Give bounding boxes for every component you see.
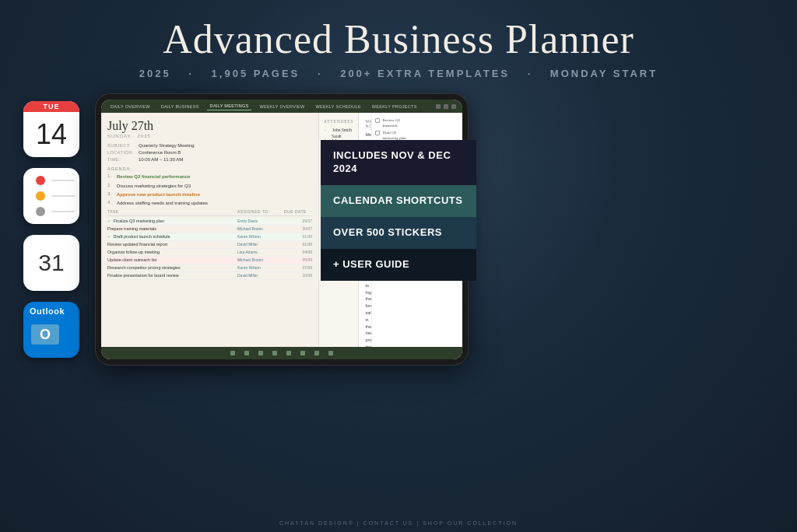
calendar-day-num: 14 — [23, 112, 79, 157]
agenda-label: AGENDA: — [107, 166, 312, 171]
outlook-icon[interactable]: Outlook O — [23, 302, 79, 358]
task-name-3: ✓ Draft product launch schedule — [107, 234, 237, 239]
task-assignee-4: David Miller — [237, 242, 284, 247]
task-name-4: Review updated financial report — [107, 242, 237, 247]
bottom-icon-5[interactable] — [286, 351, 291, 355]
task-due-4: 01/08 — [284, 242, 312, 247]
badge-nov-dec: INCLUDES NOV & DEC 2024 — [321, 140, 476, 185]
content-area: TUE 14 31 Outlook — [0, 79, 797, 366]
task-due-3: 01/08 — [284, 234, 312, 239]
footer: CHATTAN DESIGN® | CONTACT US | SHOP OUR … — [279, 520, 518, 526]
left-icons: TUE 14 31 Outlook — [23, 93, 79, 358]
task-assignee-5: Lisa Adams — [237, 250, 284, 254]
reminders-icon[interactable] — [23, 168, 79, 224]
tablet-nav: DAILY OVERVIEW DAILY BUSINESS DAILY MEET… — [101, 100, 462, 113]
reminder-line-3 — [51, 211, 75, 212]
checkbox-2[interactable] — [375, 131, 380, 135]
subtitle: 2025 · 1,905 PAGES · 200+ EXTRA TEMPLATE… — [0, 68, 797, 79]
task-name-8: Finalize presentation for board review — [107, 273, 237, 278]
check-label-1: Review Q2 financials — [382, 117, 411, 128]
bottom-icon-3[interactable] — [258, 351, 263, 355]
gcal-number: 31 — [38, 250, 64, 276]
task-due-2: 30/07 — [284, 226, 312, 231]
time-value: 10:00 AM – 11:30 AM — [139, 157, 183, 162]
task-due-8: 10/09 — [284, 273, 312, 278]
task-due-1: 29/07 — [284, 219, 312, 223]
bottom-icon-7[interactable] — [314, 351, 319, 355]
badges-panel: INCLUDES NOV & DEC 2024 CALENDAR SHORTCU… — [321, 140, 476, 280]
date-sub: SUNDAY · 2025 — [107, 134, 312, 138]
agenda-item-3: 3. Approve new product launch timeline — [107, 191, 312, 198]
main-title: Advanced Business Planner — [0, 17, 797, 61]
red-dot — [36, 176, 45, 185]
badge-nov-dec-text: INCLUDES NOV & DEC 2024 — [333, 149, 451, 174]
check-item-1: Review Q2 financials — [375, 117, 411, 128]
tab-daily-business[interactable]: DAILY BUSINESS — [158, 103, 202, 110]
task-row-8: Finalize presentation for board review D… — [107, 272, 312, 280]
nav-icon-3[interactable] — [451, 104, 456, 109]
reminder-dot-1 — [36, 176, 75, 185]
bottom-icon-1[interactable] — [230, 351, 235, 355]
task-name-6: Update client outreach list — [107, 257, 237, 262]
reminder-line-2 — [51, 195, 75, 197]
task-row-2: Prepare training materials Michael Brown… — [107, 226, 312, 233]
task-table: TASK ASSIGNED TO DUE DATE ✓ Finalize Q3 … — [107, 209, 312, 280]
col-task: TASK — [107, 209, 237, 214]
page-header: Advanced Business Planner 2025 · 1,905 P… — [0, 0, 797, 79]
tab-daily-meetings[interactable]: DAILY MEETINGS — [207, 102, 252, 110]
badge-calendar-shortcuts: CALENDAR SHORTCUTS — [321, 185, 476, 217]
subtitle-year: 2025 — [139, 68, 171, 79]
bottom-icon-2[interactable] — [244, 351, 249, 355]
time-label: TIME: — [107, 157, 135, 162]
tab-weekly-overview[interactable]: WEEKLY OVERVIEW — [256, 103, 307, 110]
task-due-6: 05/09 — [284, 257, 312, 262]
task-assignee-7: Karen Wilson — [237, 265, 284, 270]
bottom-icon-8[interactable] — [328, 351, 333, 355]
reminder-line-1 — [51, 180, 75, 181]
task-name-5: Organize follow-up meeting — [107, 250, 237, 254]
task-row-1: ✓ Finalize Q3 marketing plan Emily Davis… — [107, 218, 312, 226]
task-assignee-6: Michael Brown — [237, 257, 284, 262]
badge-user-guide: + USER GUIDE — [321, 249, 476, 281]
badge-guide-text: + USER GUIDE — [333, 258, 409, 270]
dot-1: · — [188, 68, 198, 79]
task-row-4: Review updated financial report David Mi… — [107, 241, 312, 249]
tab-weekly-projects[interactable]: WEEKLY PROJECTS — [369, 103, 420, 110]
attendees-label: ATTENDEES — [324, 119, 353, 124]
calendar-icon[interactable]: TUE 14 — [23, 101, 79, 157]
google-calendar-icon[interactable]: 31 — [23, 235, 79, 291]
task-assignee-8: David Miller — [237, 273, 284, 278]
dot-2: · — [318, 68, 328, 79]
col-assigned: ASSIGNED TO — [237, 209, 284, 214]
nav-icon-2[interactable] — [444, 104, 448, 109]
time-row: TIME: 10:00 AM – 11:30 AM — [107, 157, 312, 162]
location-value: Conference Room B — [139, 150, 181, 155]
check-label-2: Draft Q3 marketing plan — [382, 130, 411, 141]
subject-value: Quarterly Strategy Meeting — [139, 143, 195, 148]
task-header: TASK ASSIGNED TO DUE DATE — [107, 209, 312, 216]
checkbox-1[interactable] — [375, 118, 380, 123]
tab-weekly-schedule[interactable]: WEEKLY SCHEDULE — [312, 103, 363, 110]
agenda-item-4: 4. Address staffing needs and training u… — [107, 200, 312, 206]
left-panel: July 27th SUNDAY · 2025 SUBJECT: Quarter… — [101, 113, 319, 347]
bottom-icon-6[interactable] — [300, 351, 305, 355]
subtitle-start: MONDAY START — [550, 68, 658, 79]
outlook-envelope-icon: O — [30, 316, 59, 353]
col-due: DUE DATE — [284, 209, 312, 214]
subtitle-pages: 1,905 PAGES — [212, 68, 300, 79]
reminder-dot-2 — [36, 191, 75, 201]
bottom-icon-4[interactable] — [272, 351, 277, 355]
check-item-2: Draft Q3 marketing plan — [375, 130, 411, 141]
date-heading: July 27th — [107, 119, 312, 133]
badge-stickers-text: OVER 500 STICKERS — [333, 226, 442, 238]
location-row: LOCATION: Conference Room B — [107, 150, 312, 155]
task-row-6: Update client outreach list Michael Brow… — [107, 257, 312, 264]
orange-dot — [36, 191, 45, 201]
task-name-1: ✓ Finalize Q3 marketing plan — [107, 219, 237, 223]
main-display: DAILY OVERVIEW DAILY BUSINESS DAILY MEET… — [95, 93, 469, 366]
task-due-5: 04/09 — [284, 250, 312, 254]
tab-daily-overview[interactable]: DAILY OVERVIEW — [107, 103, 153, 110]
nav-icon-1[interactable] — [436, 104, 441, 109]
calendar-day-abbr: TUE — [23, 101, 79, 112]
task-row-7: Research competitor pricing strategies K… — [107, 264, 312, 272]
